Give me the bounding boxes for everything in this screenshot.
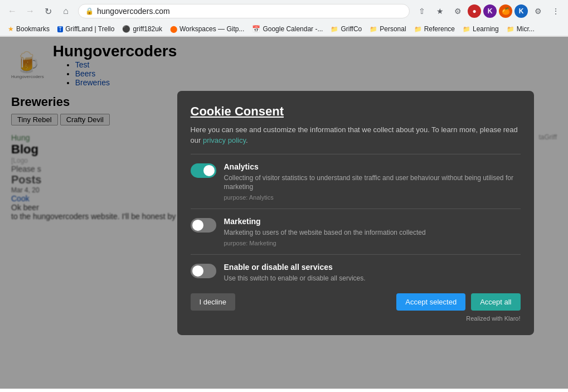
lock-icon: 🔒 [85,7,94,15]
calendar-icon: 📅 [252,25,260,33]
folder-icon: 📁 [507,26,514,33]
marketing-option: Marketing Marketing to users of the webs… [191,217,521,246]
github-icon: ⚫ [122,25,130,33]
home-button[interactable]: ⌂ [58,3,74,19]
bookmark-label: GriffCo [341,25,362,33]
extensions-button[interactable]: ⚙ [530,3,546,19]
trello-icon: T [57,26,63,32]
reload-button[interactable]: ↻ [40,3,56,19]
toolbar-icons: ⇧ ★ ⚙ ● K 🍊 K ⚙ ⋮ [414,3,564,19]
accept-selected-button[interactable]: Accept selected [396,293,465,311]
analytics-desc: Collecting of visitor statistics to unde… [224,173,521,192]
analytics-info: Analytics Collecting of visitor statisti… [224,162,521,201]
all-services-title: Enable or disable all services [224,263,521,272]
bookmark-personal[interactable]: 📁 Personal [366,24,409,34]
folder-icon: 📁 [414,26,422,33]
analytics-toggle-track[interactable] [191,163,216,177]
divider-1 [191,153,521,154]
bookmark-label: Workspaces — Gitp... [179,25,244,33]
bookmark-bookmarks[interactable]: ★ Bookmarks [4,24,53,34]
bookmarks-bar: ★ Bookmarks T GriffLand | Trello ⚫ griff… [0,22,568,36]
bookmark-calendar[interactable]: 📅 Google Calendar -... [249,24,326,34]
bookmark-reference[interactable]: 📁 Reference [411,24,458,34]
bookmark-workspaces[interactable]: ⬤ Workspaces — Gitp... [167,24,247,34]
bookmark-learning[interactable]: 📁 Learning [459,24,502,34]
analytics-toggle-thumb [203,164,215,176]
bookmark-label: Google Calendar -... [263,25,323,33]
accept-all-button[interactable]: Accept all [471,293,520,311]
bookmark-github[interactable]: ⚫ griff182uk [119,24,165,34]
bookmark-griffco[interactable]: 📁 GriffCo [327,24,365,34]
modal-footer: I decline Accept selected Accept all [191,293,521,311]
menu-button[interactable]: ⋮ [548,3,564,19]
profile-orange[interactable]: 🍊 [499,4,512,18]
all-services-desc: Use this switch to enable or disable all… [224,274,521,283]
all-services-option: Enable or disable all services Use this … [191,263,521,283]
footer-right: Accept selected Accept all [396,293,520,311]
marketing-toggle-track[interactable] [191,218,216,233]
nav-buttons: ← → ↻ ⌂ [4,3,74,19]
all-services-toggle[interactable] [191,264,216,278]
divider-2 [191,209,521,209]
folder-icon: 📁 [331,26,338,33]
analytics-purpose: purpose: Analytics [224,194,521,201]
workspace-icon: ⬤ [170,25,177,33]
bookmark-label: Personal [380,25,406,33]
bookmark-button[interactable]: ★ [432,3,448,19]
profile-blue[interactable]: K [514,4,528,18]
bookmark-label: Reference [424,25,455,33]
marketing-info: Marketing Marketing to users of the webs… [224,217,521,246]
marketing-title: Marketing [224,217,521,226]
cookie-consent-modal: Cookie Consent Here you can see and cust… [177,90,534,335]
bookmark-griffland[interactable]: T GriffLand | Trello [54,24,118,34]
folder-icon: 📁 [370,26,377,33]
marketing-purpose: purpose: Marketing [224,240,521,246]
star-icon: ★ [8,25,14,33]
all-services-info: Enable or disable all services Use this … [224,263,521,283]
bookmark-label: Learning [473,25,499,33]
browser-toolbar: ← → ↻ ⌂ 🔒 ⇧ ★ ⚙ ● K 🍊 K ⚙ ⋮ [0,0,568,22]
marketing-toggle-thumb [192,220,203,231]
address-input[interactable] [97,7,402,16]
klaro-credit: Realized with Klaro! [191,315,521,322]
extension-puzzle-button[interactable]: ⚙ [450,3,465,19]
bookmark-label: Micr... [517,25,535,33]
analytics-toggle[interactable] [191,163,216,177]
modal-intro: Here you can see and customize the infor… [191,124,521,146]
bookmark-label: griff182uk [133,25,162,33]
address-bar[interactable]: 🔒 [78,4,410,18]
marketing-toggle[interactable] [191,218,216,233]
all-services-toggle-thumb [192,265,203,277]
bookmark-micr[interactable]: 📁 Micr... [503,24,538,34]
decline-button[interactable]: I decline [191,293,235,311]
profile-purple[interactable]: K [483,4,497,18]
analytics-title: Analytics [224,162,521,171]
divider-3 [191,254,521,255]
page-content: 🍺 Hungovercoders Hungovercoders Test Bee… [0,37,568,389]
profile-red[interactable]: ● [468,4,481,18]
bookmark-label: Bookmarks [16,25,50,33]
privacy-policy-link[interactable]: privacy policy [203,136,246,144]
bookmark-label: GriffLand | Trello [65,25,114,33]
marketing-desc: Marketing to users of the website based … [224,228,521,238]
forward-button[interactable]: → [22,3,38,19]
folder-icon: 📁 [463,26,470,33]
all-services-toggle-track[interactable] [191,264,216,278]
back-button[interactable]: ← [4,3,20,19]
browser-chrome: ← → ↻ ⌂ 🔒 ⇧ ★ ⚙ ● K 🍊 K ⚙ ⋮ ★ Bookmarks … [0,0,568,37]
analytics-option: Analytics Collecting of visitor statisti… [191,162,521,201]
share-button[interactable]: ⇧ [414,3,430,19]
modal-title: Cookie Consent [191,104,521,118]
